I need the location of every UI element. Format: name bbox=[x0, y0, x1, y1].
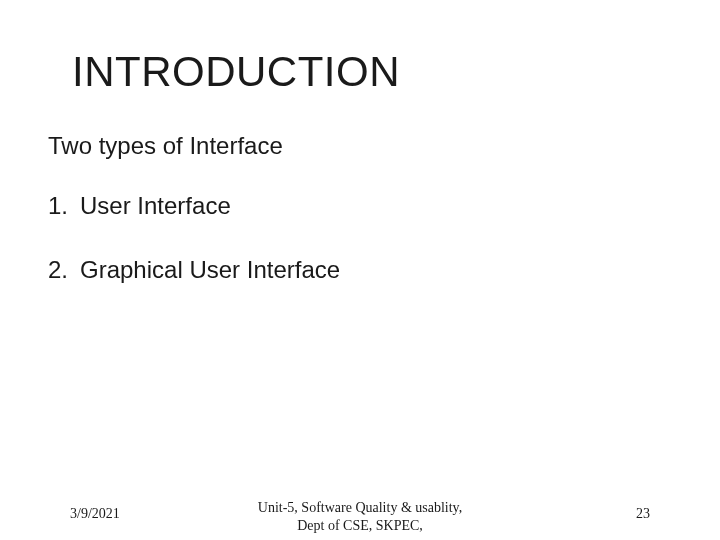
footer-date: 3/9/2021 bbox=[70, 506, 120, 522]
footer-center: Unit-5, Software Quality & usablity, Dep… bbox=[258, 499, 462, 534]
list-number: 2. bbox=[48, 256, 80, 284]
list-item: 1. User Interface bbox=[48, 192, 672, 220]
slide-subtitle: Two types of Interface bbox=[48, 132, 672, 160]
slide: INTRODUCTION Two types of Interface 1. U… bbox=[0, 0, 720, 540]
list-text: User Interface bbox=[80, 192, 231, 220]
interface-list: 1. User Interface 2. Graphical User Inte… bbox=[48, 192, 672, 284]
slide-title: INTRODUCTION bbox=[72, 48, 672, 96]
list-text: Graphical User Interface bbox=[80, 256, 340, 284]
list-number: 1. bbox=[48, 192, 80, 220]
footer-page-number: 23 bbox=[636, 506, 650, 522]
list-item: 2. Graphical User Interface bbox=[48, 256, 672, 284]
